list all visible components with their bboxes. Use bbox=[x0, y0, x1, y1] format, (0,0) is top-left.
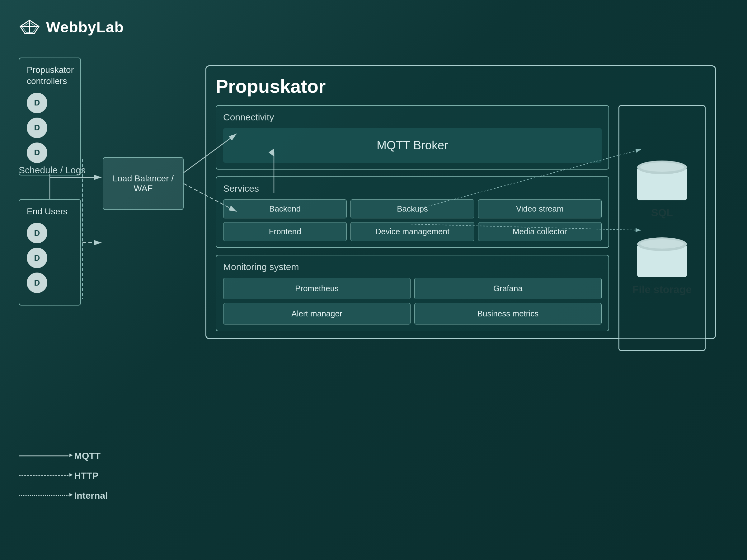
connectivity-title: Connectivity bbox=[223, 112, 602, 123]
user-device-3: D bbox=[27, 272, 47, 293]
service-grid: Backend Backups Video stream Frontend De… bbox=[223, 199, 602, 241]
service-backups: Backups bbox=[351, 199, 474, 218]
http-legend-item: HTTP bbox=[19, 471, 108, 481]
controller-device-3: D bbox=[27, 142, 47, 163]
service-devicemgmt: Device management bbox=[351, 222, 474, 241]
mqtt-line bbox=[19, 455, 69, 456]
services-panel: Services Backend Backups Video stream Fr… bbox=[216, 177, 609, 248]
service-backend: Backend bbox=[223, 199, 347, 218]
logo-text: WebbyLab bbox=[46, 19, 124, 36]
monitoring-panel: Monitoring system Prometheus Grafana Ale… bbox=[216, 255, 609, 331]
monitor-grafana: Grafana bbox=[414, 278, 602, 299]
controller-device-1: D bbox=[27, 93, 47, 113]
inner-panels: Connectivity MQTT Broker Services Backen… bbox=[216, 105, 705, 351]
connectivity-panel: Connectivity MQTT Broker bbox=[216, 105, 609, 169]
logo-icon bbox=[19, 19, 41, 36]
filestorage-label: File storage bbox=[633, 284, 692, 296]
mqtt-legend-label: MQTT bbox=[74, 451, 101, 461]
controllers-title: Propuskator controllers bbox=[27, 64, 73, 87]
monitor-alertmanager: Alert manager bbox=[223, 303, 411, 324]
end-users-title: End Users bbox=[27, 206, 73, 217]
mqtt-broker-label: MQTT Broker bbox=[377, 139, 448, 152]
load-balancer-label: Load Balancer / WAF bbox=[108, 174, 178, 193]
internal-line bbox=[19, 495, 69, 496]
controller-device-2: D bbox=[27, 117, 47, 138]
controllers-box: Propuskator controllers D D D bbox=[19, 58, 81, 176]
sql-label: SQL bbox=[651, 207, 673, 219]
sql-cylinder bbox=[637, 161, 687, 201]
internal-legend-label: Internal bbox=[74, 490, 108, 501]
schedule-label: Schedule / Logs bbox=[19, 165, 85, 176]
filestorage-container: File storage bbox=[633, 237, 692, 296]
storage-panel: SQL File storage bbox=[618, 105, 705, 351]
propuskator-title: Propuskator bbox=[216, 76, 705, 97]
logo: WebbyLab bbox=[19, 19, 124, 36]
monitor-prometheus: Prometheus bbox=[223, 278, 411, 299]
user-device-1: D bbox=[27, 223, 47, 243]
monitor-grid: Prometheus Grafana Alert manager Busines… bbox=[223, 278, 602, 324]
end-users-box: End Users D D D bbox=[19, 199, 81, 305]
monitor-businessmetrics: Business metrics bbox=[414, 303, 602, 324]
monitoring-title: Monitoring system bbox=[223, 262, 602, 272]
service-mediacollector: Media collector bbox=[478, 222, 602, 241]
filestorage-cylinder bbox=[637, 237, 687, 278]
mqtt-legend-item: MQTT bbox=[19, 451, 108, 461]
http-legend-label: HTTP bbox=[74, 471, 98, 481]
service-frontend: Frontend bbox=[223, 222, 347, 241]
mqtt-broker-box: MQTT Broker bbox=[223, 128, 602, 163]
services-title: Services bbox=[223, 183, 602, 194]
http-line bbox=[19, 475, 69, 476]
load-balancer-box: Load Balancer / WAF bbox=[103, 157, 184, 210]
legend: MQTT HTTP Internal bbox=[19, 451, 108, 510]
propuskator-container: Propuskator Connectivity MQTT Broker Ser… bbox=[205, 65, 716, 339]
left-panels: Connectivity MQTT Broker Services Backen… bbox=[216, 105, 609, 351]
service-videostream: Video stream bbox=[478, 199, 602, 218]
user-device-2: D bbox=[27, 248, 47, 268]
sql-container: SQL bbox=[637, 161, 687, 219]
internal-legend-item: Internal bbox=[19, 490, 108, 501]
